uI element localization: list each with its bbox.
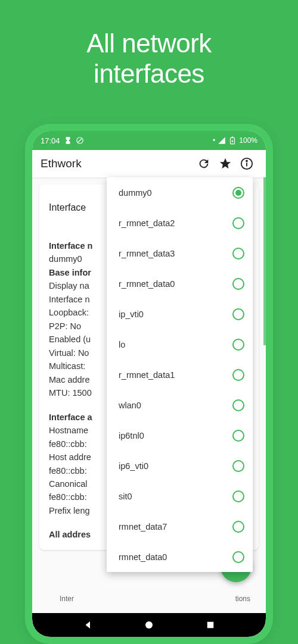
tab-interfaces[interactable]: Inter — [60, 595, 74, 603]
radio-icon — [232, 248, 244, 260]
nav-home-button[interactable] — [144, 620, 154, 630]
radio-icon — [232, 339, 244, 351]
status-bar: 17:04 • 100% — [32, 131, 266, 150]
svg-rect-8 — [207, 622, 213, 629]
menu-item-label: rmnet_data7 — [119, 522, 167, 532]
menu-item-label: r_rmnet_data2 — [119, 218, 175, 228]
interface-label: Interface — [49, 202, 86, 213]
menu-item-ip6tnl0[interactable]: ip6tnl0 — [107, 420, 253, 451]
menu-item-rmnet_data0[interactable]: rmnet_data0 — [107, 542, 253, 572]
svg-point-7 — [145, 621, 153, 629]
menu-item-wlan0[interactable]: wlan0 — [107, 390, 253, 420]
menu-item-label: sit0 — [119, 492, 132, 501]
menu-item-label: wlan0 — [119, 401, 141, 410]
menu-item-label: r_rmnet_data1 — [119, 370, 175, 380]
radio-icon — [232, 278, 244, 290]
info-button[interactable] — [236, 153, 257, 174]
promo-heading: All network interfaces — [0, 0, 298, 89]
refresh-icon — [197, 157, 210, 170]
battery-text: 100% — [239, 136, 257, 145]
menu-item-lo[interactable]: lo — [107, 329, 253, 359]
radio-icon — [232, 460, 244, 472]
menu-item-label: r_rmnet_data3 — [119, 249, 175, 258]
refresh-button[interactable] — [193, 153, 215, 174]
radio-icon — [232, 399, 244, 411]
app-title: Ethwork — [41, 157, 193, 170]
signal-icon — [218, 136, 226, 145]
menu-item-ip_vti0[interactable]: ip_vti0 — [107, 299, 253, 329]
favorite-button[interactable] — [215, 153, 236, 174]
menu-item-label: ip6_vti0 — [119, 461, 148, 471]
radio-icon — [232, 369, 244, 381]
radio-icon — [232, 521, 244, 533]
nav-back-button[interactable] — [83, 620, 94, 630]
menu-item-label: lo — [119, 340, 125, 349]
menu-item-sit0[interactable]: sit0 — [107, 481, 253, 511]
interface-dropdown: dummy0r_rmnet_data2r_rmnet_data3r_rmnet_… — [107, 177, 253, 572]
menu-item-label: dummy0 — [119, 188, 152, 198]
battery-icon — [228, 136, 237, 145]
scroll-indicator — [263, 177, 266, 345]
info-icon — [240, 157, 253, 170]
menu-item-dummy0[interactable]: dummy0 — [107, 177, 253, 208]
menu-item-rmnet_data7[interactable]: rmnet_data7 — [107, 511, 253, 542]
menu-item-r_rmnet_data2[interactable]: r_rmnet_data2 — [107, 208, 253, 238]
phone-screen: 17:04 • 100% Ethwork — [32, 131, 266, 637]
menu-item-r_rmnet_data3[interactable]: r_rmnet_data3 — [107, 238, 253, 268]
dot-icon: • — [213, 136, 215, 145]
radio-icon — [232, 217, 244, 229]
menu-item-label: ip_vti0 — [119, 310, 144, 319]
radio-icon — [232, 187, 244, 199]
svg-line-1 — [77, 139, 82, 143]
phone-frame: 17:04 • 100% Ethwork — [25, 124, 273, 644]
bottom-tabs: Inter tions — [39, 584, 259, 613]
svg-point-6 — [246, 161, 247, 162]
no-circle-icon — [76, 136, 84, 145]
menu-item-label: ip6tnl0 — [119, 431, 144, 440]
hourglass-icon — [64, 136, 72, 145]
menu-item-label: rmnet_data0 — [119, 552, 167, 562]
tab-connections[interactable]: tions — [235, 595, 250, 603]
radio-icon — [232, 551, 244, 563]
menu-item-label: r_rmnet_data0 — [119, 279, 175, 289]
star-icon — [219, 157, 232, 170]
radio-icon — [232, 308, 244, 320]
menu-item-ip6_vti0[interactable]: ip6_vti0 — [107, 451, 253, 481]
app-bar: Ethwork — [32, 150, 266, 177]
menu-item-r_rmnet_data1[interactable]: r_rmnet_data1 — [107, 359, 253, 390]
status-time: 17:04 — [41, 136, 60, 145]
radio-icon — [232, 430, 244, 442]
radio-icon — [232, 490, 244, 502]
menu-item-r_rmnet_data0[interactable]: r_rmnet_data0 — [107, 268, 253, 299]
nav-recents-button[interactable] — [205, 620, 216, 630]
navigation-bar — [32, 613, 266, 637]
